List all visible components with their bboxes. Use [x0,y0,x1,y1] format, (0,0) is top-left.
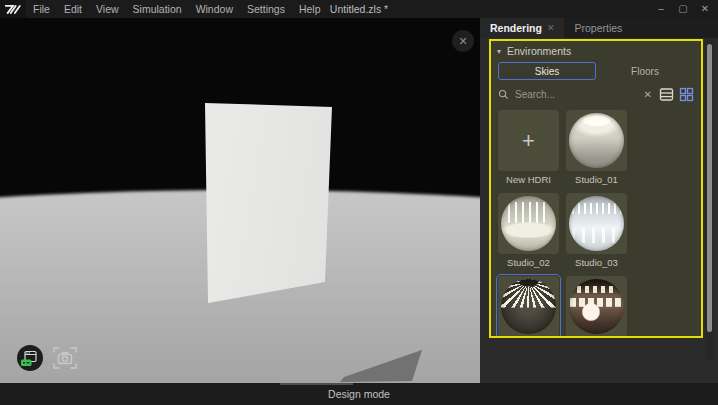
window-close-button[interactable]: ✕ [694,0,716,18]
environments-section: ▾ Environments SkiesFloors Search... ✕ [489,39,703,338]
menu-view[interactable]: View [89,0,126,18]
hdri-item-studio-02[interactable]: Studio_02 [496,191,561,270]
right-panel: Rendering✕Properties ▾ Environments Skie… [480,18,718,383]
environments-title: Environments [507,45,571,57]
app-logo-icon [0,0,26,18]
tab-label: Properties [574,22,622,34]
tab-floors[interactable]: Floors [596,62,694,80]
snapshot-button[interactable] [51,344,79,372]
menu-edit[interactable]: Edit [57,0,89,18]
environments-header[interactable]: ▾ Environments [491,41,701,59]
panel-scrollbar[interactable] [705,40,714,360]
title-bar: FileEditViewSimulationWindowSettingsHelp… [0,0,718,18]
list-view-icon [659,87,674,102]
hdri-item-new-hdri[interactable]: +New HDRI [496,108,561,187]
hdri-thumbnail [569,279,624,334]
hdri-tile [498,193,559,254]
hdri-thumbnail [569,113,624,168]
hdri-thumbnail [501,196,556,251]
panel-body: ▾ Environments SkiesFloors Search... ✕ [480,38,718,383]
search-placeholder: Search... [515,89,636,100]
hdri-item-studio-01[interactable]: Studio_01 [564,108,629,187]
hdri-thumbnail [569,196,624,251]
render-on-badge [21,360,32,367]
menu-window[interactable]: Window [189,0,240,18]
hdri-tile [566,110,627,171]
menu-file[interactable]: File [26,0,57,18]
hdri-item-studio-03[interactable]: Studio_03 [564,191,629,270]
collapse-arrow-icon[interactable]: ▾ [497,47,501,56]
grid-view-icon [679,87,694,102]
hdri-tile [566,193,627,254]
search-clear-icon[interactable]: ✕ [642,89,654,100]
hdri-tile: + [498,110,559,171]
viewport-toolbar [16,344,79,372]
window-maximize-button[interactable]: ▢ [672,0,694,18]
tab-close-icon[interactable]: ✕ [547,23,555,33]
search-input[interactable]: Search... ✕ [498,86,654,103]
skies-floors-switch: SkiesFloors [498,62,694,80]
menu-help[interactable]: Help [292,0,328,18]
viewport-close-button[interactable]: ✕ [452,30,474,52]
menu-bar: FileEditViewSimulationWindowSettingsHelp [26,0,328,18]
search-icon [498,89,509,100]
tab-properties[interactable]: Properties [564,18,632,38]
hdri-label: Studio_02 [507,257,550,268]
menu-simulation[interactable]: Simulation [126,0,189,18]
status-bar: Design mode [0,383,718,405]
camera-icon [51,344,79,372]
app-window: FileEditViewSimulationWindowSettingsHelp… [0,0,718,405]
hdri-item-studio-05[interactable]: Studio_05 [564,274,629,338]
hdri-thumbnail [501,279,556,334]
hdri-label: Studio_03 [575,257,618,268]
tab-label: Rendering [490,22,542,34]
panel-tab-bar: Rendering✕Properties [480,18,718,38]
menu-settings[interactable]: Settings [240,0,292,18]
hdri-label: Studio_01 [575,174,618,185]
hdri-label: New HDRI [506,174,551,185]
viewport-3d[interactable]: ✕ [0,18,480,383]
grid-view-button[interactable] [679,87,694,102]
tab-skies[interactable]: Skies [498,62,596,80]
window-controls: –▢✕ [650,0,716,18]
plus-icon: + [522,130,535,152]
tab-rendering[interactable]: Rendering✕ [480,18,564,38]
window-minimize-button[interactable]: – [650,0,672,18]
list-view-button[interactable] [659,87,674,102]
hdri-grid: +New HDRIStudio_01Studio_02Studio_03Stud… [491,103,701,338]
render-button[interactable] [16,344,44,372]
hdri-item-studio-04[interactable]: Studio_04 [496,274,561,338]
mode-label: Design mode [328,388,390,400]
search-row: Search... ✕ [498,86,694,103]
scrollbar-thumb[interactable] [707,44,712,332]
hdri-tile [498,276,559,337]
hdri-tile [566,276,627,337]
statusbar-handle [280,383,353,385]
